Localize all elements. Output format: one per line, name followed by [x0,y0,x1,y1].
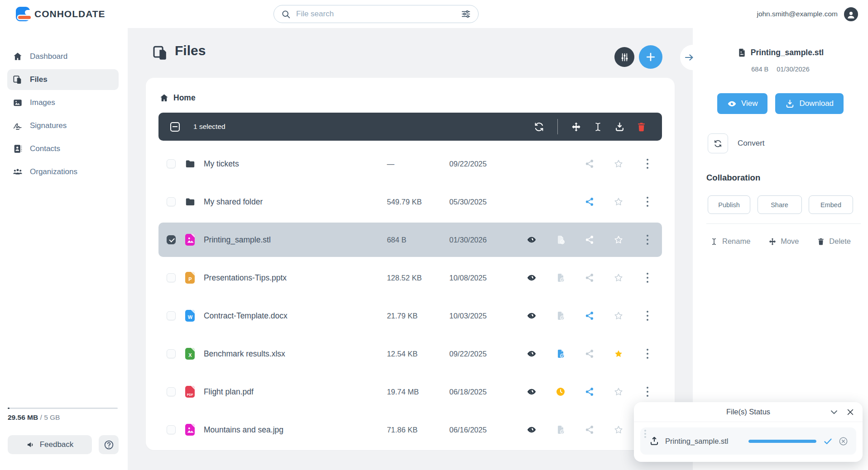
preview-eye-icon[interactable] [517,235,546,245]
favorite-star-icon[interactable] [604,273,633,283]
file-name[interactable]: Contract-Template.docx [200,311,387,321]
table-row[interactable]: X Benchmark results.xlsx 12.54 KB 09/22/… [158,337,662,371]
favorite-star-icon[interactable] [604,235,633,245]
table-row[interactable]: P Presentations-Tips.pptx 128.52 KB 10/0… [158,261,662,295]
view-button[interactable]: View [717,93,768,114]
convert-button[interactable]: Convert [708,133,765,153]
download-selected-icon[interactable] [614,122,625,132]
table-row[interactable]: PDF Flight plan.pdf 19.74 MB 06/18/2025 [158,375,662,409]
row-checkbox[interactable] [167,235,176,244]
rename-selected-icon[interactable] [593,122,603,132]
row-checkbox[interactable] [167,197,176,206]
x-in-circle-icon [839,437,848,446]
add-file-button[interactable] [639,45,662,69]
main-content: Files Home 1 selected My tickets — [128,28,693,470]
row-menu-kebab[interactable] [633,272,662,284]
upload-cancel-button[interactable] [839,437,848,446]
conversion-status-icon[interactable] [546,349,575,359]
rename-button[interactable]: Rename [710,237,750,246]
file-name[interactable]: Printing_sample.stl [200,235,387,245]
file-size: 21.79 KB [387,312,449,320]
table-row[interactable]: My shared folder 549.79 KB 05/30/2025 [158,185,662,219]
row-menu-kebab[interactable] [633,196,662,208]
table-row[interactable]: W Contract-Template.docx 21.79 KB 10/03/… [158,299,662,333]
file-name[interactable]: Mountains and sea.jpg [200,425,387,435]
share-icon[interactable] [575,197,604,207]
share-icon[interactable] [575,159,604,169]
sidebar-item-signatures[interactable]: Signatures [7,115,119,136]
sidebar-item-images[interactable]: Images [7,92,119,113]
select-all-checkbox[interactable] [170,122,180,132]
row-menu-kebab[interactable] [633,310,662,322]
favorite-star-icon[interactable] [604,387,633,397]
move-selected-icon[interactable] [571,122,581,132]
search-filter-icon[interactable] [461,9,471,19]
share-icon[interactable] [575,235,604,245]
breadcrumb[interactable]: Home [146,78,675,103]
sidebar-item-dashboard[interactable]: Dashboard [7,46,119,67]
row-checkbox[interactable] [167,387,176,396]
share-icon[interactable] [575,387,604,397]
file-name[interactable]: Presentations-Tips.pptx [200,273,387,283]
row-checkbox[interactable] [167,273,176,282]
move-button[interactable]: Move [768,237,799,246]
convert-icon-button[interactable] [708,133,728,153]
share-icon[interactable] [575,311,604,321]
publish-button[interactable]: Publish [708,195,750,214]
favorite-star-icon[interactable] [604,197,633,207]
preview-eye-icon[interactable] [517,387,546,397]
sidebar-item-organizations[interactable]: Organizations [7,161,119,182]
row-checkbox[interactable] [167,425,176,434]
move-label: Move [781,237,799,246]
user-email[interactable]: john.smith@example.com [757,10,838,18]
view-options-button[interactable] [614,47,634,67]
file-name[interactable]: Benchmark results.xlsx [200,349,387,359]
file-name[interactable]: My tickets [200,159,387,169]
avatar[interactable] [844,7,858,21]
brand-logo[interactable]: CONHOLDATE [16,7,106,21]
conversion-status-icon[interactable] [546,273,575,283]
preview-eye-icon[interactable] [517,273,546,283]
delete-button[interactable]: Delete [817,237,851,246]
feedback-button[interactable]: Feedback [8,435,92,454]
share-icon[interactable] [575,273,604,283]
conversion-status-icon[interactable] [546,311,575,321]
preview-eye-icon[interactable] [517,349,546,359]
file-name[interactable]: Flight plan.pdf [200,387,387,397]
favorite-star-icon[interactable] [604,349,633,359]
conversion-status-icon[interactable] [546,235,575,245]
share-icon[interactable] [575,349,604,359]
preview-eye-icon[interactable] [517,311,546,321]
sidebar-item-files[interactable]: Files [7,69,119,90]
sidebar-nav: DashboardFilesImagesSignaturesContactsOr… [0,28,128,182]
favorite-star-icon[interactable] [604,425,633,435]
table-row[interactable]: My tickets — 09/22/2025 [158,147,662,181]
download-button[interactable]: Download [775,93,844,114]
share-icon[interactable] [575,425,604,435]
delete-selected-icon[interactable] [636,122,647,132]
table-row[interactable]: Mountains and sea.jpg 71.86 KB 06/16/202… [158,413,662,447]
sidebar-item-contacts[interactable]: Contacts [7,138,119,159]
favorite-star-icon[interactable] [604,159,633,169]
convert-selected-icon[interactable] [534,122,544,132]
file-name[interactable]: My shared folder [200,197,387,207]
row-menu-kebab[interactable] [633,158,662,170]
conversion-status-icon[interactable] [546,387,575,397]
preview-eye-icon[interactable] [517,425,546,435]
help-button[interactable] [99,435,119,454]
popup-collapse-button[interactable] [829,407,839,417]
row-menu-kebab[interactable] [633,234,662,246]
conversion-status-icon[interactable] [546,425,575,435]
search-input[interactable] [296,9,456,19]
popup-close-button[interactable] [846,408,855,417]
row-menu-kebab[interactable] [633,348,662,360]
file-size: — [387,160,450,168]
favorite-star-icon[interactable] [604,311,633,321]
share-button[interactable]: Share [758,195,802,214]
row-checkbox[interactable] [167,311,176,320]
embed-button[interactable]: Embed [809,195,853,214]
row-checkbox[interactable] [167,349,176,358]
row-checkbox[interactable] [167,159,176,168]
row-menu-kebab[interactable] [633,386,662,398]
table-row[interactable]: Printing_sample.stl 684 B 01/30/2026 [158,223,662,257]
